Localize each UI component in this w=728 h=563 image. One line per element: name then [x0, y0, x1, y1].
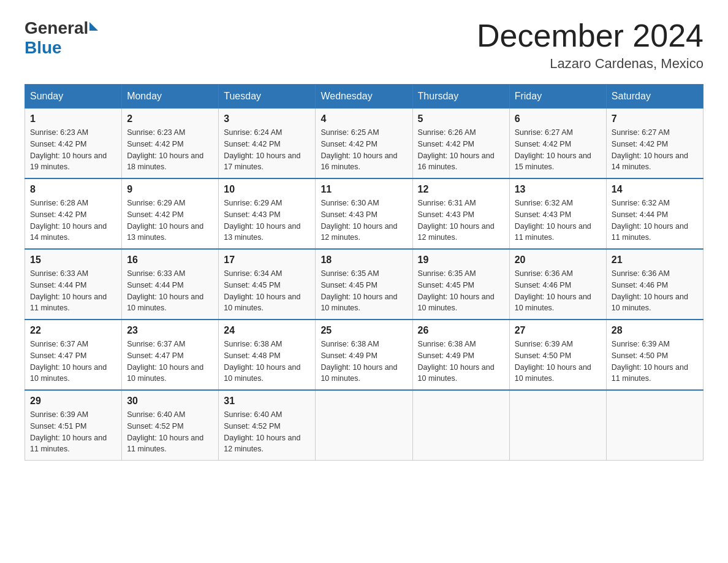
day-info: Sunrise: 6:40 AMSunset: 4:52 PMDaylight:…: [224, 409, 310, 455]
day-info: Sunrise: 6:39 AMSunset: 4:50 PMDaylight:…: [612, 339, 698, 385]
day-number: 5: [418, 113, 504, 124]
header-sunday: Sunday: [25, 85, 122, 109]
calendar-day-5: 5 Sunrise: 6:26 AMSunset: 4:42 PMDayligh…: [412, 109, 509, 179]
day-info: Sunrise: 6:40 AMSunset: 4:52 PMDaylight:…: [127, 409, 213, 455]
day-info: Sunrise: 6:34 AMSunset: 4:45 PMDaylight:…: [224, 268, 310, 314]
day-number: 18: [320, 255, 407, 266]
header-friday: Friday: [509, 85, 606, 109]
day-number: 27: [515, 325, 601, 336]
header-thursday: Thursday: [412, 85, 509, 109]
day-number: 17: [224, 255, 310, 266]
day-info: Sunrise: 6:37 AMSunset: 4:47 PMDaylight:…: [127, 339, 213, 385]
calendar-day-4: 4 Sunrise: 6:25 AMSunset: 4:42 PMDayligh…: [316, 109, 412, 179]
day-number: 20: [515, 255, 601, 266]
calendar-day-29: 29 Sunrise: 6:39 AMSunset: 4:51 PMDaylig…: [25, 390, 122, 461]
day-number: 12: [418, 184, 504, 195]
day-number: 14: [612, 184, 698, 195]
day-info: Sunrise: 6:32 AMSunset: 4:43 PMDaylight:…: [515, 197, 601, 243]
page-header: General Blue December 2024 Lazaro Carden…: [25, 18, 703, 72]
page-title: December 2024: [477, 18, 703, 53]
logo: General Blue: [25, 18, 98, 58]
calendar-day-1: 1 Sunrise: 6:23 AMSunset: 4:42 PMDayligh…: [25, 109, 122, 179]
day-info: Sunrise: 6:32 AMSunset: 4:44 PMDaylight:…: [612, 197, 698, 243]
day-info: Sunrise: 6:30 AMSunset: 4:43 PMDaylight:…: [320, 197, 407, 243]
day-number: 1: [30, 113, 116, 124]
day-info: Sunrise: 6:31 AMSunset: 4:43 PMDaylight:…: [418, 197, 504, 243]
calendar-day-22: 22 Sunrise: 6:37 AMSunset: 4:47 PMDaylig…: [25, 320, 122, 390]
day-info: Sunrise: 6:33 AMSunset: 4:44 PMDaylight:…: [30, 268, 116, 314]
calendar-day-12: 12 Sunrise: 6:31 AMSunset: 4:43 PMDaylig…: [412, 178, 509, 249]
calendar-table: Sunday Monday Tuesday Wednesday Thursday…: [25, 84, 703, 461]
day-info: Sunrise: 6:39 AMSunset: 4:50 PMDaylight:…: [515, 339, 601, 385]
day-info: Sunrise: 6:29 AMSunset: 4:42 PMDaylight:…: [127, 197, 213, 243]
calendar-day-17: 17 Sunrise: 6:34 AMSunset: 4:45 PMDaylig…: [219, 249, 316, 320]
calendar-day-7: 7 Sunrise: 6:27 AMSunset: 4:42 PMDayligh…: [606, 109, 703, 179]
calendar-day-21: 21 Sunrise: 6:36 AMSunset: 4:46 PMDaylig…: [606, 249, 703, 320]
calendar-day-31: 31 Sunrise: 6:40 AMSunset: 4:52 PMDaylig…: [219, 390, 316, 461]
calendar-day-6: 6 Sunrise: 6:27 AMSunset: 4:42 PMDayligh…: [509, 109, 606, 179]
empty-cell: [509, 390, 606, 461]
calendar-week-1: 1 Sunrise: 6:23 AMSunset: 4:42 PMDayligh…: [25, 109, 703, 179]
day-info: Sunrise: 6:36 AMSunset: 4:46 PMDaylight:…: [612, 268, 698, 314]
day-number: 19: [418, 255, 504, 266]
day-info: Sunrise: 6:33 AMSunset: 4:44 PMDaylight:…: [127, 268, 213, 314]
day-info: Sunrise: 6:35 AMSunset: 4:45 PMDaylight:…: [418, 268, 504, 314]
calendar-day-18: 18 Sunrise: 6:35 AMSunset: 4:45 PMDaylig…: [316, 249, 412, 320]
calendar-week-2: 8 Sunrise: 6:28 AMSunset: 4:42 PMDayligh…: [25, 178, 703, 249]
day-number: 6: [515, 113, 601, 124]
calendar-day-27: 27 Sunrise: 6:39 AMSunset: 4:50 PMDaylig…: [509, 320, 606, 390]
day-number: 26: [418, 325, 504, 336]
day-info: Sunrise: 6:23 AMSunset: 4:42 PMDaylight:…: [127, 127, 213, 173]
calendar-day-30: 30 Sunrise: 6:40 AMSunset: 4:52 PMDaylig…: [122, 390, 219, 461]
empty-cell: [316, 390, 412, 461]
day-info: Sunrise: 6:27 AMSunset: 4:42 PMDaylight:…: [612, 127, 698, 173]
day-info: Sunrise: 6:28 AMSunset: 4:42 PMDaylight:…: [30, 197, 116, 243]
day-info: Sunrise: 6:23 AMSunset: 4:42 PMDaylight:…: [30, 127, 116, 173]
day-number: 24: [224, 325, 310, 336]
day-info: Sunrise: 6:37 AMSunset: 4:47 PMDaylight:…: [30, 339, 116, 385]
logo-triangle-icon: [89, 22, 98, 31]
calendar-day-23: 23 Sunrise: 6:37 AMSunset: 4:47 PMDaylig…: [122, 320, 219, 390]
day-number: 21: [612, 255, 698, 266]
header-wednesday: Wednesday: [316, 85, 412, 109]
day-info: Sunrise: 6:24 AMSunset: 4:42 PMDaylight:…: [224, 127, 310, 173]
day-number: 22: [30, 325, 116, 336]
calendar-day-24: 24 Sunrise: 6:38 AMSunset: 4:48 PMDaylig…: [219, 320, 316, 390]
day-info: Sunrise: 6:29 AMSunset: 4:43 PMDaylight:…: [224, 197, 310, 243]
page-subtitle: Lazaro Cardenas, Mexico: [477, 56, 703, 72]
calendar-day-13: 13 Sunrise: 6:32 AMSunset: 4:43 PMDaylig…: [509, 178, 606, 249]
calendar-day-3: 3 Sunrise: 6:24 AMSunset: 4:42 PMDayligh…: [219, 109, 316, 179]
day-number: 8: [30, 184, 116, 195]
logo-general-text: General: [25, 18, 88, 38]
calendar-day-26: 26 Sunrise: 6:38 AMSunset: 4:49 PMDaylig…: [412, 320, 509, 390]
calendar-day-8: 8 Sunrise: 6:28 AMSunset: 4:42 PMDayligh…: [25, 178, 122, 249]
title-block: December 2024 Lazaro Cardenas, Mexico: [477, 18, 703, 72]
day-number: 10: [224, 184, 310, 195]
day-info: Sunrise: 6:35 AMSunset: 4:45 PMDaylight:…: [320, 268, 407, 314]
header-saturday: Saturday: [606, 85, 703, 109]
calendar-week-4: 22 Sunrise: 6:37 AMSunset: 4:47 PMDaylig…: [25, 320, 703, 390]
header-monday: Monday: [122, 85, 219, 109]
calendar-day-16: 16 Sunrise: 6:33 AMSunset: 4:44 PMDaylig…: [122, 249, 219, 320]
day-number: 3: [224, 113, 310, 124]
day-number: 15: [30, 255, 116, 266]
day-number: 29: [30, 396, 116, 407]
day-number: 16: [127, 255, 213, 266]
day-number: 25: [320, 325, 407, 336]
calendar-week-5: 29 Sunrise: 6:39 AMSunset: 4:51 PMDaylig…: [25, 390, 703, 461]
day-number: 7: [612, 113, 698, 124]
calendar-day-28: 28 Sunrise: 6:39 AMSunset: 4:50 PMDaylig…: [606, 320, 703, 390]
day-info: Sunrise: 6:38 AMSunset: 4:49 PMDaylight:…: [320, 339, 407, 385]
calendar-day-15: 15 Sunrise: 6:33 AMSunset: 4:44 PMDaylig…: [25, 249, 122, 320]
day-info: Sunrise: 6:26 AMSunset: 4:42 PMDaylight:…: [418, 127, 504, 173]
empty-cell: [606, 390, 703, 461]
calendar-day-10: 10 Sunrise: 6:29 AMSunset: 4:43 PMDaylig…: [219, 178, 316, 249]
empty-cell: [412, 390, 509, 461]
header-tuesday: Tuesday: [219, 85, 316, 109]
calendar-day-2: 2 Sunrise: 6:23 AMSunset: 4:42 PMDayligh…: [122, 109, 219, 179]
calendar-week-3: 15 Sunrise: 6:33 AMSunset: 4:44 PMDaylig…: [25, 249, 703, 320]
calendar-day-14: 14 Sunrise: 6:32 AMSunset: 4:44 PMDaylig…: [606, 178, 703, 249]
day-number: 31: [224, 396, 310, 407]
day-number: 23: [127, 325, 213, 336]
day-info: Sunrise: 6:25 AMSunset: 4:42 PMDaylight:…: [320, 127, 407, 173]
